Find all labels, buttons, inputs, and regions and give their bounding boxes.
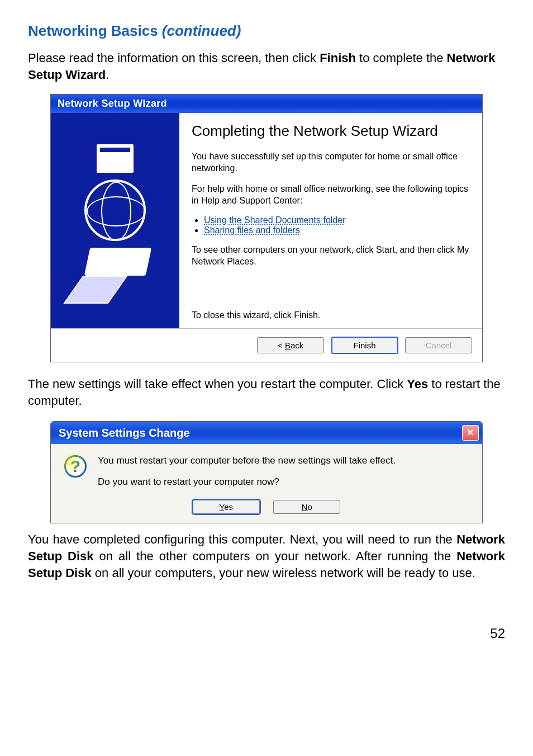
wizard-close-text: To close this wizard, click Finish. bbox=[192, 277, 470, 320]
msgbox-body: ? You must restart your computer before … bbox=[51, 444, 482, 523]
mid-paragraph: The new settings will take effect when y… bbox=[28, 376, 505, 409]
computer-icon bbox=[96, 143, 135, 174]
msgbox-line1: You must restart your computer before th… bbox=[98, 455, 396, 466]
question-icon: ? bbox=[64, 455, 87, 478]
page-number: 52 bbox=[28, 626, 505, 641]
wizard-p3: To see other computers on your network, … bbox=[192, 244, 470, 268]
wizard-titlebar[interactable]: Network Setup Wizard bbox=[51, 94, 482, 113]
yes-button[interactable]: Yes bbox=[193, 500, 260, 514]
msgbox-buttons: Yes No bbox=[64, 498, 469, 514]
wizard-p1: You have successfully set up this comput… bbox=[192, 151, 470, 174]
close-icon[interactable]: × bbox=[462, 425, 479, 441]
title-main: Networking Basics bbox=[28, 22, 162, 39]
link-sharing-files[interactable]: Sharing files and folders bbox=[204, 225, 300, 235]
finish-button[interactable]: Finish bbox=[331, 337, 398, 354]
cancel-button[interactable]: Cancel bbox=[405, 337, 472, 353]
intro-paragraph: Please read the information on this scre… bbox=[28, 50, 505, 83]
link-shared-documents[interactable]: Using the Shared Documents folder bbox=[204, 215, 345, 225]
msgbox-line2: Do you want to restart your computer now… bbox=[98, 476, 396, 488]
system-settings-change-dialog: System Settings Change × ? You must rest… bbox=[50, 421, 483, 523]
wizard-button-bar: < Back Finish Cancel bbox=[51, 328, 482, 362]
back-button[interactable]: < Back bbox=[257, 337, 324, 353]
page-title: Networking Basics (continued) bbox=[28, 22, 505, 40]
wizard-sidebar-image bbox=[51, 113, 179, 328]
msgbox-title: System Settings Change bbox=[59, 427, 190, 440]
msgbox-titlebar[interactable]: System Settings Change × bbox=[51, 422, 482, 444]
no-button[interactable]: No bbox=[273, 500, 340, 514]
printer-icon bbox=[82, 248, 149, 298]
wizard-heading: Completing the Network Setup Wizard bbox=[192, 123, 470, 140]
wizard-p2: For help with home or small office netwo… bbox=[192, 183, 470, 207]
wizard-link-list: Using the Shared Documents folder Sharin… bbox=[192, 215, 470, 235]
globe-icon bbox=[84, 179, 146, 241]
msgbox-text: You must restart your computer before th… bbox=[98, 455, 396, 498]
title-continued: (continued) bbox=[162, 22, 241, 39]
network-setup-wizard-dialog: Network Setup Wizard Completing the Netw… bbox=[50, 94, 483, 362]
wizard-content: Completing the Network Setup Wizard You … bbox=[179, 113, 482, 328]
wizard-body: Completing the Network Setup Wizard You … bbox=[51, 113, 482, 328]
outro-paragraph: You have completed configuring this comp… bbox=[28, 531, 505, 581]
